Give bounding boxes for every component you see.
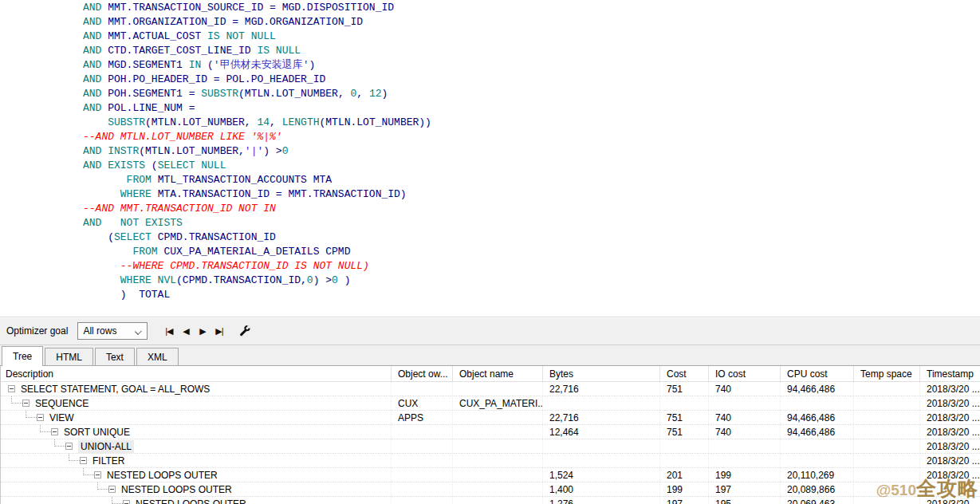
column-header-object-ow[interactable]: Object ow... xyxy=(392,366,453,381)
plan-description-cell: SORT UNIQUE xyxy=(1,425,392,439)
plan-cell-owner xyxy=(392,497,453,504)
plan-cell-io_cost: 740 xyxy=(709,382,781,396)
plan-cell-cpu_cost: 94,466,486 xyxy=(781,425,854,439)
plan-cell-bytes xyxy=(543,454,660,467)
column-header-timestamp[interactable]: Timestamp xyxy=(920,366,980,381)
sql-line: AND MMT.ACTUAL_COST IS NOT NULL xyxy=(0,30,980,44)
plan-cell-name: CUX_PA_MATERI... xyxy=(453,396,543,410)
sql-line: AND NOT EXISTS xyxy=(0,216,980,230)
collapse-icon[interactable] xyxy=(65,443,73,450)
column-header-object-name[interactable]: Object name xyxy=(453,366,543,381)
plan-node-label: SORT UNIQUE xyxy=(64,426,130,439)
tree-connector xyxy=(97,482,108,490)
collapse-icon[interactable] xyxy=(8,385,15,392)
watermark-text: 全攻略 xyxy=(916,477,978,499)
plan-cell-timestamp: 2018/3/20 ... xyxy=(920,425,980,439)
plan-cell-bytes: 22,716 xyxy=(543,411,660,424)
plan-cell-name xyxy=(453,468,543,482)
plan-cell-bytes: 1,276 xyxy=(543,497,660,504)
plan-table-header: DescriptionObject ow...Object nameBytesC… xyxy=(1,366,980,382)
plan-cell-timestamp: 2018/3/20 ... xyxy=(920,382,980,396)
plan-cell-owner xyxy=(392,468,453,482)
plan-tree-row[interactable]: SELECT STATEMENT, GOAL = ALL_ROWS22,7167… xyxy=(1,382,980,396)
sql-line: AND MMT.TRANSACTION_SOURCE_ID = MGD.DISP… xyxy=(0,1,980,15)
plan-cell-temp_space xyxy=(854,425,920,439)
plan-cell-cpu_cost xyxy=(781,396,854,410)
plan-cell-timestamp: 2018/3/20 ... xyxy=(920,439,980,453)
tab-html[interactable]: HTML xyxy=(45,348,93,365)
plan-cell-name xyxy=(453,482,543,496)
plan-tree-row[interactable]: NESTED LOOPS OUTER1,52420119920,110,2692… xyxy=(1,468,980,482)
plan-tree-row[interactable]: FILTER2018/3/20 ... xyxy=(1,454,980,468)
sql-editor[interactable]: AND MMT.TRANSACTION_SOURCE_ID = MGD.DISP… xyxy=(0,0,980,317)
preferences-button[interactable] xyxy=(237,323,253,339)
plan-node-label: NESTED LOOPS OUTER xyxy=(136,498,246,504)
collapse-icon[interactable] xyxy=(22,400,30,407)
collapse-icon[interactable] xyxy=(51,428,58,435)
plan-cell-io_cost: 740 xyxy=(709,411,781,424)
plan-cell-cost: 201 xyxy=(660,468,709,482)
plan-cell-io_cost: 195 xyxy=(709,497,781,504)
collapse-icon[interactable] xyxy=(37,414,44,421)
tree-connector xyxy=(11,396,22,404)
column-header-temp-space[interactable]: Temp space xyxy=(854,366,920,381)
go-last-button[interactable]: ▶| xyxy=(211,323,227,339)
plan-cell-cost xyxy=(660,396,709,410)
plan-tree-row[interactable]: NESTED LOOPS OUTER1,27619719520,069,4632… xyxy=(1,497,980,504)
plan-description-cell: FILTER xyxy=(1,454,392,467)
sql-line: AND POH.PO_HEADER_ID = POL.PO_HEADER_ID xyxy=(0,73,980,87)
plan-tree-row[interactable]: SEQUENCECUXCUX_PA_MATERI...2018/3/20 ... xyxy=(1,396,980,411)
optimizer-goal-value: All rows xyxy=(83,325,116,337)
go-next-button[interactable]: ▶ xyxy=(194,323,211,339)
watermark-prefix: @510 xyxy=(876,482,916,498)
column-header-description[interactable]: Description xyxy=(1,366,392,381)
column-header-io-cost[interactable]: IO cost xyxy=(709,366,781,381)
plan-tree-row[interactable]: NESTED LOOPS OUTER1,40019919720,089,866 xyxy=(1,482,980,497)
plan-cell-io_cost: 199 xyxy=(709,468,781,482)
plan-cell-owner xyxy=(392,482,453,496)
plan-tree-row[interactable]: SORT UNIQUE12,46475174094,466,4862018/3/… xyxy=(1,425,980,439)
plan-description-cell: NESTED LOOPS OUTER xyxy=(1,468,392,482)
watermark: @510全攻略 xyxy=(876,476,978,503)
tab-tree[interactable]: Tree xyxy=(2,346,43,366)
column-header-bytes[interactable]: Bytes xyxy=(543,366,660,381)
collapse-icon[interactable] xyxy=(94,471,101,478)
result-tabbar: TreeHTMLTextXML xyxy=(0,345,980,366)
column-header-cost[interactable]: Cost xyxy=(660,366,709,381)
plan-cell-cost: 751 xyxy=(660,411,709,424)
plan-cell-io_cost: 197 xyxy=(709,482,781,496)
sql-line: AND CTD.TARGET_COST_LINE_ID IS NULL xyxy=(0,44,980,58)
plan-cell-cost xyxy=(660,439,709,453)
plan-cell-temp_space xyxy=(854,411,920,424)
plan-cell-name xyxy=(453,411,543,424)
optimizer-goal-select[interactable]: All rows xyxy=(77,322,148,340)
tree-connector xyxy=(54,439,65,447)
plan-cell-timestamp: 2018/3/20 ... xyxy=(920,396,980,410)
sql-line: FROM MTL_TRANSACTION_ACCOUNTS MTA xyxy=(0,173,980,187)
collapse-icon[interactable] xyxy=(108,486,116,493)
plan-cell-timestamp: 2018/3/20 ... xyxy=(920,411,980,424)
collapse-icon[interactable] xyxy=(123,500,130,504)
go-previous-icon: ◀ xyxy=(183,326,188,337)
go-first-button[interactable]: |◀ xyxy=(160,323,177,339)
plan-tree-row[interactable]: VIEWAPPS22,71675174094,466,4862018/3/20 … xyxy=(1,411,980,425)
tab-text[interactable]: Text xyxy=(95,348,135,365)
plan-navigation-group: |◀◀▶▶| xyxy=(160,323,227,339)
tree-connector xyxy=(112,497,123,504)
plan-tree-row[interactable]: UNION-ALL2018/3/20 ... xyxy=(1,439,980,454)
plan-cell-cost: 197 xyxy=(660,497,709,504)
sql-line: AND MMT.ORGANIZATION_ID = MGD.ORGANIZATI… xyxy=(0,15,980,30)
sql-line: AND EXISTS (SELECT NULL xyxy=(0,159,980,173)
plan-description-cell: UNION-ALL xyxy=(1,439,392,453)
tree-connector xyxy=(83,468,94,475)
tab-xml[interactable]: XML xyxy=(136,348,179,365)
go-last-icon: ▶| xyxy=(215,326,222,337)
go-previous-button[interactable]: ◀ xyxy=(177,323,194,339)
wrench-icon xyxy=(238,325,251,337)
tree-connector xyxy=(26,411,37,418)
collapse-icon[interactable] xyxy=(80,457,87,464)
column-header-cpu-cost[interactable]: CPU cost xyxy=(781,366,854,381)
plan-node-label: SEQUENCE xyxy=(35,397,89,410)
plan-node-label: NESTED LOOPS OUTER xyxy=(107,469,218,482)
plan-cell-owner xyxy=(392,454,453,467)
